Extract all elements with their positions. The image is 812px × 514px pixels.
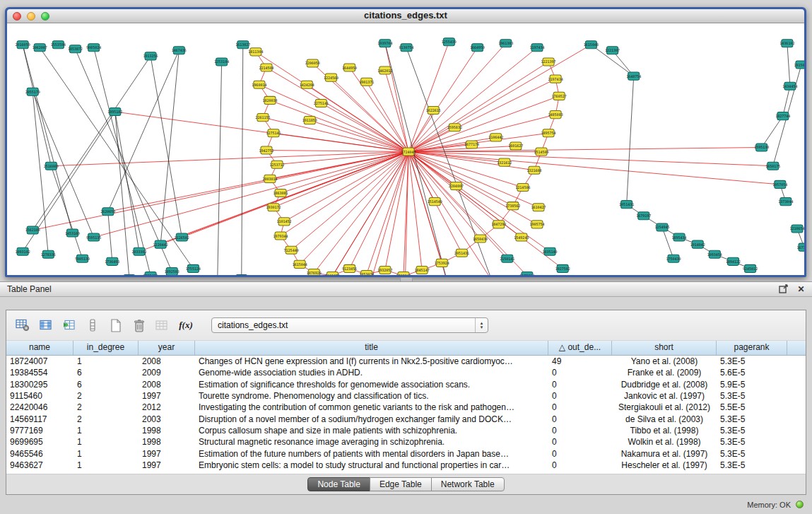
graph-node-label: 1622615 bbox=[426, 108, 441, 112]
new-table-icon[interactable] bbox=[107, 316, 125, 334]
graph-node-label: 1275141 bbox=[266, 131, 281, 135]
tab-network-table[interactable]: Network Table bbox=[431, 477, 505, 491]
graph-node-label: 5905139 bbox=[75, 257, 90, 261]
function-builder-icon[interactable]: f(x) bbox=[177, 316, 195, 334]
graph-edge bbox=[33, 152, 408, 230]
graph-edge bbox=[108, 211, 112, 262]
table-row[interactable]: 911546021997Tourette syndrome. Phenomeno… bbox=[6, 390, 806, 402]
table-row[interactable]: 1872400712008Changes of HCN gene express… bbox=[6, 356, 806, 367]
combobox-stepper-icon[interactable]: ▲▼ bbox=[475, 318, 488, 332]
table-row[interactable]: 1830029562008Estimation of significance … bbox=[6, 379, 806, 390]
graph-node-label: 1224560 bbox=[324, 76, 339, 80]
cell-year: 1997 bbox=[139, 391, 195, 401]
graph-node-label: 1895434 bbox=[672, 235, 687, 240]
network-canvas[interactable]: 1724045181130422145081960014182003822611… bbox=[7, 23, 804, 275]
graph-edge bbox=[627, 76, 634, 205]
graph-edge bbox=[408, 152, 780, 185]
graph-node-label: 9123456 bbox=[342, 267, 357, 271]
column-header-in_degree[interactable]: in_degree bbox=[73, 341, 139, 355]
cell-pagerank: 5.3E-5 bbox=[717, 437, 787, 447]
graph-node-label: 1961383 bbox=[498, 41, 513, 45]
network-window-titlebar[interactable]: citations_edges.txt bbox=[7, 9, 804, 23]
minimize-window-icon[interactable] bbox=[27, 12, 35, 21]
graph-node-label: 1960014 bbox=[252, 83, 266, 87]
table-row[interactable]: 946554611997Estimation of the future num… bbox=[6, 448, 806, 459]
cell-in_degree: 2 bbox=[73, 402, 139, 412]
cell-year: 1997 bbox=[139, 449, 195, 459]
table-mode-icon[interactable] bbox=[13, 316, 32, 334]
delete-table-icon[interactable] bbox=[130, 316, 148, 334]
graph-node-label: 2051431 bbox=[454, 251, 469, 255]
column-header-name[interactable]: name bbox=[6, 341, 73, 355]
close-panel-icon[interactable]: ✕ bbox=[796, 284, 806, 294]
column-header-pagerank[interactable]: pagerank bbox=[717, 341, 787, 355]
column-header-year[interactable]: year bbox=[139, 341, 195, 355]
graph-node-label: 1905754 bbox=[529, 222, 544, 226]
graph-node-label: 1820038 bbox=[262, 98, 277, 103]
cell-pagerank: 5.3E-5 bbox=[717, 426, 787, 436]
table-row[interactable]: 1456911722003Disruption of a novel membe… bbox=[6, 413, 806, 424]
graph-node-label: 1901371 bbox=[359, 80, 374, 84]
graph-node-label: 1175814 bbox=[519, 274, 534, 275]
cell-in_degree: 1 bbox=[73, 460, 139, 470]
graph-edge bbox=[408, 47, 478, 151]
graph-node-label: 1915030 bbox=[794, 63, 804, 67]
cell-year: 1998 bbox=[139, 426, 195, 436]
graph-node-label: 1939704 bbox=[377, 41, 392, 45]
tab-node-table[interactable]: Node Table bbox=[307, 477, 370, 491]
tab-edge-table[interactable]: Edge Table bbox=[370, 477, 432, 491]
graph-edge bbox=[291, 152, 408, 250]
cell-in_degree: 2 bbox=[73, 414, 139, 424]
graph-node-label: 1755124 bbox=[186, 267, 201, 271]
close-window-icon[interactable] bbox=[13, 12, 21, 21]
table-row[interactable]: 2242004622012Investigating the contribut… bbox=[6, 402, 806, 413]
graph-edge bbox=[218, 62, 222, 275]
cell-pagerank: 5.9E-5 bbox=[717, 380, 787, 390]
graph-node-label: 1512345 bbox=[396, 274, 411, 275]
graph-node-label: 1514509 bbox=[534, 150, 548, 154]
show-columns-icon[interactable] bbox=[37, 316, 55, 334]
column-header-out_degree[interactable]: △ out_de... bbox=[548, 341, 612, 355]
zoom-window-icon[interactable] bbox=[41, 12, 49, 21]
graph-node[interactable] bbox=[236, 274, 247, 275]
table-body: 1872400712008Changes of HCN gene express… bbox=[6, 356, 806, 474]
float-panel-icon[interactable] bbox=[778, 284, 789, 294]
graph-node-label: 9085024 bbox=[86, 45, 101, 49]
create-column-icon[interactable] bbox=[60, 316, 78, 334]
graph-node-label: 1051431 bbox=[619, 202, 634, 206]
graph-node-label: 1927502 bbox=[555, 267, 570, 271]
cell-out_degree: 49 bbox=[548, 356, 612, 366]
cell-title: Estimation of significance thresholds fo… bbox=[195, 380, 548, 390]
cell-short: Jankovic et al. (1997) bbox=[612, 391, 717, 401]
table-row[interactable]: 946362711997Embryonic stem cells: a mode… bbox=[6, 460, 806, 471]
graph-node-label: 2197434 bbox=[548, 77, 563, 81]
graph-node[interactable] bbox=[124, 274, 135, 275]
graph-node-label: 1979344 bbox=[273, 234, 288, 238]
table-row[interactable]: 1938455462009Genome-wide association stu… bbox=[6, 367, 806, 378]
cell-short: Wolkin et al. (1998) bbox=[612, 437, 717, 447]
graph-node-label: 7125440 bbox=[284, 248, 299, 252]
table-panel-header: Table Panel ✕ bbox=[0, 281, 812, 297]
import-table-icon[interactable] bbox=[153, 316, 172, 334]
table-select-combobox[interactable]: citations_edges.txt ▲▼ bbox=[211, 317, 488, 333]
cell-name: 9699695 bbox=[6, 437, 73, 447]
citation-network-graph[interactable]: 1724045181130422145081960014182003822611… bbox=[7, 23, 804, 275]
memory-status-icon[interactable] bbox=[796, 501, 804, 508]
column-header-title[interactable]: title bbox=[195, 341, 548, 355]
cell-in_degree: 6 bbox=[73, 368, 139, 378]
column-header-short[interactable]: short bbox=[612, 341, 717, 355]
graph-node-label: 1093454 bbox=[707, 252, 722, 257]
delete-column-icon[interactable] bbox=[83, 316, 102, 334]
graph-edge bbox=[321, 103, 408, 152]
cell-pagerank: 5.3E-5 bbox=[717, 460, 787, 470]
table-row[interactable]: 977716911998Corpus callosum shape and si… bbox=[6, 425, 806, 436]
cell-out_degree: 0 bbox=[548, 460, 612, 470]
graph-node-label: 2055179 bbox=[25, 90, 40, 94]
cell-pagerank: 5.3E-5 bbox=[717, 356, 787, 366]
graph-edge bbox=[408, 152, 481, 239]
graph-node-label: 1853872 bbox=[68, 47, 83, 51]
cell-name: 19384554 bbox=[6, 368, 73, 378]
table-row[interactable]: 969969511998Structural magnetic resonanc… bbox=[6, 436, 806, 448]
graph-node-label: 1932057 bbox=[377, 268, 392, 272]
network-view-window: citations_edges.txt 17240451811304221450… bbox=[5, 7, 806, 277]
